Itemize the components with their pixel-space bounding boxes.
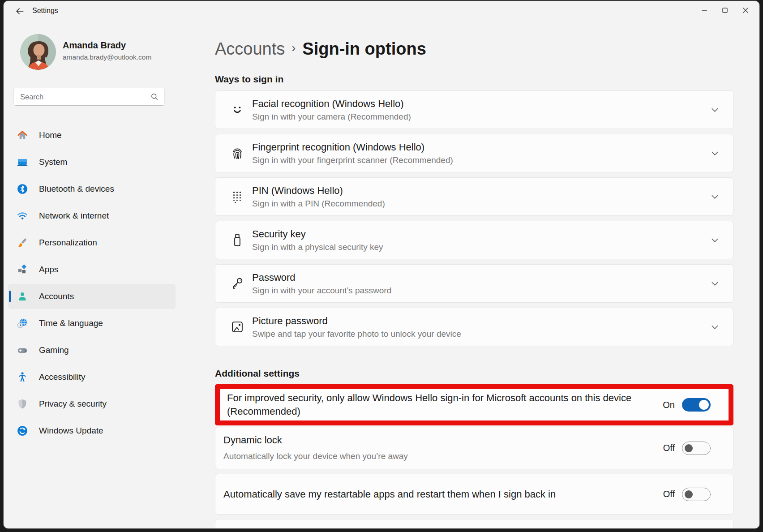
sidebar-item-label: Privacy & security	[39, 399, 107, 409]
minimize-button[interactable]	[694, 3, 715, 17]
back-button[interactable]	[11, 4, 29, 18]
setting-text: For improved security, only allow Window…	[227, 391, 663, 418]
search-input[interactable]	[19, 92, 150, 102]
page-title: Sign-in options	[302, 39, 426, 59]
card-subtitle: Swipe and tap your favorite photo to unl…	[252, 329, 710, 339]
toggle-knob	[685, 444, 693, 452]
card-title: Facial recognition (Windows Hello)	[252, 98, 710, 110]
personalization-icon	[17, 237, 28, 249]
sidebar-item-system[interactable]: System	[8, 150, 176, 175]
window-controls	[694, 3, 756, 17]
sidebar-item-gaming[interactable]: Gaming	[8, 338, 176, 363]
card-picture-password[interactable]: Picture password Swipe and tap your favo…	[215, 308, 733, 346]
avatar-photo-icon	[20, 34, 56, 70]
picture-icon	[230, 320, 244, 334]
sidebar-item-label: Accessibility	[39, 372, 85, 382]
card-facial-recognition[interactable]: Facial recognition (Windows Hello) Sign …	[215, 90, 733, 129]
sidebar-item-home[interactable]: Home	[8, 123, 176, 148]
setting-row-partial	[215, 519, 733, 528]
card-fingerprint-recognition[interactable]: Fingerprint recognition (Windows Hello) …	[215, 134, 733, 172]
breadcrumb-separator-icon: ›	[291, 41, 296, 55]
gaming-icon	[17, 344, 28, 356]
sidebar-item-privacy-security[interactable]: Privacy & security	[8, 391, 176, 416]
sidebar-item-network-internet[interactable]: Network & internet	[8, 203, 176, 228]
home-icon	[17, 129, 28, 141]
maximize-icon	[720, 5, 730, 15]
sidebar-item-windows-update[interactable]: Windows Update	[8, 418, 176, 443]
security-key-icon	[230, 233, 244, 247]
search-icon	[150, 92, 159, 101]
app-title: Settings	[32, 7, 58, 15]
accessibility-icon	[17, 371, 28, 383]
setting-subtitle: Automatically lock your device when you’…	[223, 450, 663, 463]
card-subtitle: Sign in with your account’s password	[252, 286, 710, 296]
sidebar-item-apps[interactable]: Apps	[8, 257, 176, 282]
profile-email: amanda.brady@outlook.com	[63, 53, 151, 61]
toggle-knob	[699, 400, 709, 410]
breadcrumb: Accounts › Sign-in options	[215, 39, 426, 59]
sidebar-nav: Home System Bluetooth & devices	[8, 123, 176, 445]
fingerprint-icon	[230, 146, 244, 160]
chevron-down-icon[interactable]	[710, 279, 720, 288]
accounts-icon	[17, 291, 28, 302]
sidebar-item-bluetooth-devices[interactable]: Bluetooth & devices	[8, 176, 176, 202]
toggle-state-label: On	[663, 400, 675, 410]
close-button[interactable]	[735, 3, 756, 17]
chevron-down-icon[interactable]	[710, 322, 720, 332]
card-subtitle: Sign in with a physical security key	[252, 242, 710, 252]
setting-title: Dynamic lock	[223, 433, 663, 447]
chevron-down-icon[interactable]	[710, 149, 720, 158]
sidebar-item-time-language[interactable]: Time & language	[8, 311, 176, 336]
sidebar-item-label: Time & language	[39, 318, 103, 328]
restartable-apps-toggle[interactable]	[682, 488, 711, 501]
ways-to-sign-in-heading: Ways to sign in	[215, 74, 283, 85]
maximize-button[interactable]	[715, 3, 735, 17]
chevron-down-icon[interactable]	[710, 192, 720, 202]
back-arrow-icon	[15, 6, 25, 16]
minimize-icon	[699, 5, 709, 15]
card-title: Password	[252, 272, 710, 283]
setting-row-dynamic-lock: Dynamic lock Automatically lock your dev…	[215, 427, 733, 469]
setting-row-windows-hello-highlighted: For improved security, only allow Window…	[215, 384, 733, 425]
sidebar-item-accounts[interactable]: Accounts	[8, 284, 176, 309]
search-box	[13, 88, 165, 106]
profile-name: Amanda Brady	[63, 40, 126, 51]
chevron-down-icon[interactable]	[710, 105, 720, 115]
settings-window: Settings	[4, 1, 759, 528]
card-password[interactable]: Password Sign in with your account’s pas…	[215, 264, 733, 303]
sidebar-item-personalization[interactable]: Personalization	[8, 230, 176, 255]
bluetooth-icon	[17, 183, 28, 195]
close-icon	[741, 5, 750, 15]
card-subtitle: Sign in with your fingerprint scanner (R…	[252, 155, 710, 165]
privacy-shield-icon	[17, 398, 28, 410]
dynamic-lock-toggle[interactable]	[682, 442, 711, 455]
sidebar-item-label: Bluetooth & devices	[39, 184, 114, 194]
breadcrumb-accounts[interactable]: Accounts	[215, 39, 285, 59]
sidebar-item-label: Personalization	[39, 238, 97, 248]
card-title: PIN (Windows Hello)	[252, 185, 710, 197]
toggle-state-label: Off	[663, 489, 675, 499]
sidebar-item-label: Home	[39, 130, 62, 140]
windows-hello-toggle[interactable]	[682, 398, 711, 412]
card-pin[interactable]: PIN (Windows Hello) Sign in with a PIN (…	[215, 177, 733, 216]
card-title: Picture password	[252, 315, 710, 327]
sidebar-item-label: System	[39, 157, 67, 167]
face-icon	[230, 103, 244, 117]
pin-pad-icon	[230, 189, 244, 204]
setting-row-restartable-apps: Automatically save my restartable apps a…	[215, 474, 733, 515]
sidebar-item-label: Gaming	[39, 345, 69, 355]
time-language-icon	[17, 317, 28, 329]
card-security-key[interactable]: Security key Sign in with a physical sec…	[215, 221, 733, 259]
additional-settings-heading: Additional settings	[215, 368, 300, 379]
card-title: Fingerprint recognition (Windows Hello)	[252, 142, 710, 153]
apps-icon	[17, 264, 28, 275]
windows-update-icon	[17, 425, 28, 437]
chevron-down-icon[interactable]	[710, 236, 720, 245]
sidebar-item-label: Network & internet	[39, 211, 109, 221]
sidebar-item-label: Windows Update	[39, 426, 103, 436]
avatar	[20, 34, 56, 70]
sidebar-item-label: Apps	[39, 265, 58, 275]
sidebar-item-accessibility[interactable]: Accessibility	[8, 365, 176, 390]
setting-title: Automatically save my restartable apps a…	[223, 488, 663, 501]
system-icon	[17, 156, 28, 168]
